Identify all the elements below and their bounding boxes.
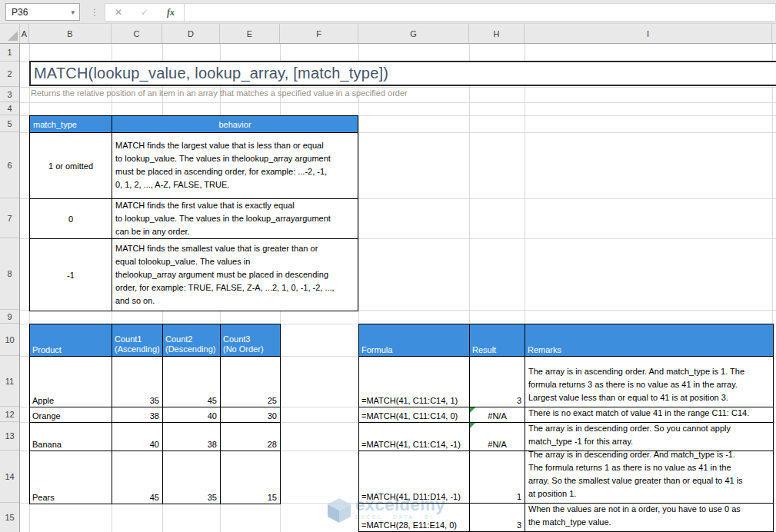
product-table-header-count1[interactable]: Count1 (Ascending): [112, 324, 163, 357]
row-header-4[interactable]: 4: [0, 102, 19, 115]
result-cell[interactable]: #N/A: [470, 423, 525, 451]
cancel-icon[interactable]: ✕: [105, 7, 132, 18]
result-cell[interactable]: 1: [470, 451, 525, 504]
select-all-corner[interactable]: [0, 24, 20, 43]
remarks-cell[interactable]: There is no exact match of value 41 in t…: [525, 407, 773, 423]
name-box-value: P36: [6, 7, 71, 18]
table-cell[interactable]: 0: [30, 199, 112, 239]
row-headers: 1 2 3 4 5 6 7 8 9 10 11 12 13 14 15: [0, 44, 20, 532]
column-headers: A B C D E F G H I: [0, 24, 776, 44]
column-header-f[interactable]: F: [280, 24, 358, 43]
exceldemy-logo-icon: [326, 497, 352, 524]
row-header-12[interactable]: 12: [0, 407, 19, 422]
gridline: [20, 102, 776, 103]
row-header-7[interactable]: 7: [0, 198, 19, 238]
table-cell[interactable]: 35: [112, 357, 163, 407]
drag-handle-icon[interactable]: ⋮: [90, 3, 99, 21]
table-cell[interactable]: 45: [163, 357, 221, 407]
row-header-6[interactable]: 6: [0, 132, 19, 198]
product-table-header-count2[interactable]: Count2 (Descending): [163, 324, 221, 357]
product-counts-table: Product Count1 (Ascending) Count2 (Desce…: [29, 324, 281, 504]
column-header-e[interactable]: E: [220, 24, 280, 43]
formula-table-header-remarks[interactable]: Remarks: [525, 324, 773, 357]
product-table-header-count3[interactable]: Count3 (No Order): [221, 324, 280, 357]
row-header-1[interactable]: 1: [0, 44, 19, 62]
behavior-table-header-behavior[interactable]: behavior: [112, 116, 358, 133]
result-cell[interactable]: #N/A: [470, 407, 525, 423]
insert-function-icon[interactable]: fx: [158, 7, 184, 18]
gridline: [20, 87, 776, 88]
row-header-10[interactable]: 10: [0, 324, 19, 356]
table-cell[interactable]: Pears: [30, 451, 112, 504]
table-cell[interactable]: Banana: [30, 423, 112, 451]
table-cell[interactable]: -1: [30, 239, 112, 311]
column-header-g[interactable]: G: [358, 24, 469, 43]
row-header-8[interactable]: 8: [0, 238, 19, 310]
column-header-a[interactable]: A: [20, 24, 29, 43]
formula-bar-controls: ✕ ✓ fx: [105, 3, 776, 22]
function-title-cell[interactable]: MATCH(lookup_value, lookup_array, [match…: [29, 61, 776, 86]
row-header-14[interactable]: 14: [0, 451, 19, 503]
enter-icon[interactable]: ✓: [132, 7, 158, 18]
column-header-c[interactable]: C: [112, 24, 162, 43]
formula-cell[interactable]: =MATCH(28, E11:E14, 0): [359, 504, 470, 531]
remarks-cell[interactable]: The array is in descending order. So you…: [525, 423, 773, 451]
table-cell[interactable]: 25: [221, 357, 280, 407]
divider: [184, 4, 185, 21]
table-cell[interactable]: 35: [163, 451, 221, 504]
table-cell[interactable]: Apple: [30, 357, 112, 407]
chevron-down-icon[interactable]: ▾: [71, 8, 79, 16]
row-header-5[interactable]: 5: [0, 115, 19, 132]
page-title: MATCH(lookup_value, lookup_array, [match…: [31, 65, 388, 82]
table-cell[interactable]: 38: [163, 423, 221, 451]
formula-results-table: Formula Result Remarks =MATCH(41, C11:C1…: [358, 324, 774, 532]
product-table-header-product[interactable]: Product: [30, 324, 112, 357]
table-cell[interactable]: 15: [221, 451, 280, 504]
formula-table-header-formula[interactable]: Formula: [359, 324, 470, 357]
behavior-table-header-match-type[interactable]: match_type: [30, 116, 112, 133]
remarks-cell[interactable]: When the values are not in a order, you …: [525, 504, 773, 531]
select-all-icon: [8, 31, 18, 41]
formula-cell[interactable]: =MATCH(41, C11:C14, 1): [359, 357, 470, 407]
row-header-11[interactable]: 11: [0, 356, 19, 407]
table-cell[interactable]: MATCH finds the smallest value that is g…: [112, 239, 358, 311]
remarks-cell[interactable]: The array is in ascending order. And mat…: [525, 357, 773, 407]
row-header-15[interactable]: 15: [0, 503, 19, 532]
error-indicator-icon: [470, 407, 475, 413]
result-cell[interactable]: 3: [470, 357, 525, 407]
table-cell[interactable]: 45: [112, 451, 163, 504]
table-cell[interactable]: 28: [221, 423, 280, 451]
column-header-filler: [772, 24, 776, 43]
name-box[interactable]: P36 ▾: [5, 3, 80, 21]
row-header-9[interactable]: 9: [0, 310, 19, 324]
column-header-h[interactable]: H: [469, 24, 525, 43]
table-cell[interactable]: 40: [163, 407, 221, 423]
match-type-behavior-table: match_type behavior 1 or omitted MATCH f…: [29, 115, 358, 311]
remarks-cell[interactable]: The array is in descending order. And ma…: [525, 451, 773, 504]
row-header-3[interactable]: 3: [0, 87, 19, 102]
function-description[interactable]: Returns the relative position of an item…: [31, 88, 408, 98]
formula-table-header-result[interactable]: Result: [470, 324, 525, 357]
error-indicator-icon: [470, 423, 475, 428]
table-cell[interactable]: 38: [112, 407, 163, 423]
table-cell[interactable]: MATCH finds the first value that is exac…: [112, 199, 358, 239]
table-cell[interactable]: 1 or omitted: [30, 133, 112, 199]
excel-window: P36 ▾ ⋮ ✕ ✓ fx A B C D E F G H I 1 2 3 4…: [0, 0, 776, 532]
formula-bar: P36 ▾ ⋮ ✕ ✓ fx: [0, 0, 776, 24]
formula-cell[interactable]: =MATCH(41, D11:D14, -1): [359, 451, 470, 504]
result-cell[interactable]: 3: [470, 504, 525, 531]
column-header-b[interactable]: B: [29, 24, 112, 43]
formula-cell[interactable]: =MATCH(41, C11:C14, 0): [359, 407, 470, 423]
column-header-i[interactable]: I: [525, 24, 772, 43]
table-cell[interactable]: MATCH finds the largest value that is le…: [112, 133, 358, 199]
column-header-d[interactable]: D: [162, 24, 220, 43]
row-header-13[interactable]: 13: [0, 422, 19, 451]
table-cell[interactable]: Orange: [30, 407, 112, 423]
table-cell[interactable]: 40: [112, 423, 163, 451]
table-cell[interactable]: 30: [221, 407, 280, 423]
formula-cell[interactable]: =MATCH(41, C11:C14, -1): [359, 423, 470, 451]
row-header-2[interactable]: 2: [0, 62, 19, 87]
formula-input[interactable]: [188, 5, 775, 20]
